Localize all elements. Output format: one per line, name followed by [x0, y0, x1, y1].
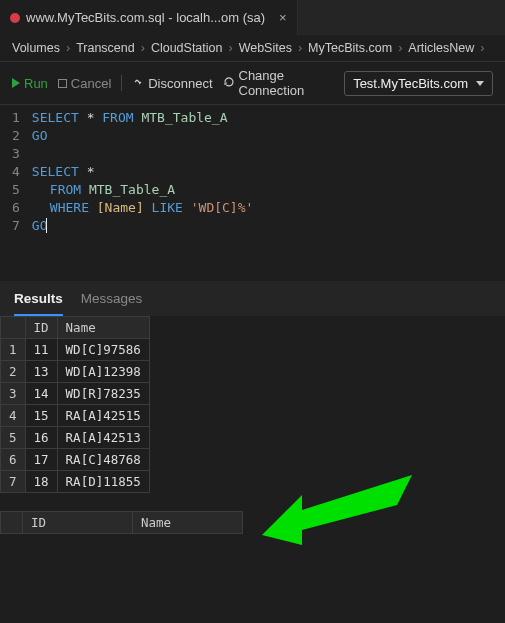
- query-toolbar: Run Cancel Disconnect Change Connection …: [0, 62, 505, 105]
- op: *: [87, 164, 95, 179]
- kw: SELECT: [32, 110, 87, 125]
- table-row: 111WD[C]97586: [1, 339, 150, 361]
- breadcrumb: Volumes› Transcend› CloudStation› WebSit…: [0, 35, 505, 62]
- chevron-right-icon: ›: [66, 41, 70, 55]
- cancel-button[interactable]: Cancel: [58, 76, 111, 91]
- chevron-right-icon: ›: [480, 41, 484, 55]
- crumb[interactable]: CloudStation: [151, 41, 223, 55]
- corner-cell: [1, 512, 23, 534]
- col-header-name[interactable]: Name: [57, 317, 149, 339]
- result-grid-1[interactable]: ID Name 111WD[C]97586 213WD[A]12398 314W…: [0, 316, 150, 493]
- kw: LIKE: [144, 200, 191, 215]
- run-button[interactable]: Run: [12, 76, 48, 91]
- crumb[interactable]: ArticlesNew: [408, 41, 474, 55]
- crumb[interactable]: Transcend: [76, 41, 135, 55]
- table-row: 718RA[D]11855: [1, 471, 150, 493]
- result-grid-2[interactable]: ID Name: [0, 511, 243, 534]
- ident: MTB_Table_A: [141, 110, 227, 125]
- play-icon: [12, 78, 20, 88]
- refresh-icon: [223, 76, 235, 91]
- run-label: Run: [24, 76, 48, 91]
- tab-results[interactable]: Results: [14, 291, 63, 316]
- col-header-id[interactable]: ID: [25, 317, 57, 339]
- close-icon[interactable]: ×: [279, 10, 287, 25]
- code-editor[interactable]: 1234567 SELECT * FROM MTB_Table_A GO SEL…: [0, 105, 505, 243]
- code-area[interactable]: SELECT * FROM MTB_Table_A GO SELECT * FR…: [32, 105, 254, 243]
- disconnect-button[interactable]: Disconnect: [132, 76, 212, 91]
- table-row: 617RA[C]48768: [1, 449, 150, 471]
- crumb[interactable]: WebSites: [239, 41, 292, 55]
- kw: SELECT: [32, 164, 87, 179]
- disconnect-icon: [132, 76, 144, 91]
- kw: FROM: [94, 110, 141, 125]
- change-conn-label: Change Connection: [239, 68, 335, 98]
- table-row: 314WD[R]78235: [1, 383, 150, 405]
- result-tabs: Results Messages: [0, 281, 505, 316]
- table-row: 213WD[A]12398: [1, 361, 150, 383]
- chevron-right-icon: ›: [141, 41, 145, 55]
- db-icon: [10, 13, 20, 23]
- str: 'WD[C]%': [191, 200, 254, 215]
- chevron-down-icon: [476, 81, 484, 86]
- kw: GO: [32, 128, 48, 143]
- change-connection-button[interactable]: Change Connection: [223, 68, 335, 98]
- kw: WHERE: [50, 200, 97, 215]
- tab-bar: www.MyTecBits.com.sql - localh...om (sa)…: [0, 0, 505, 35]
- kw: FROM: [50, 182, 89, 197]
- tab-title: www.MyTecBits.com.sql - localh...om (sa): [26, 10, 265, 25]
- crumb[interactable]: Volumes: [12, 41, 60, 55]
- ident: MTB_Table_A: [89, 182, 175, 197]
- crumb[interactable]: MyTecBits.com: [308, 41, 392, 55]
- col: [Name]: [97, 200, 144, 215]
- database-select[interactable]: Test.MyTecBits.com: [344, 71, 493, 96]
- editor-tab[interactable]: www.MyTecBits.com.sql - localh...om (sa)…: [0, 0, 298, 35]
- cancel-label: Cancel: [71, 76, 111, 91]
- table-row: 516RA[A]42513: [1, 427, 150, 449]
- divider: [121, 75, 122, 91]
- col-header-id[interactable]: ID: [23, 512, 133, 534]
- chevron-right-icon: ›: [298, 41, 302, 55]
- col-header-name[interactable]: Name: [133, 512, 243, 534]
- disconnect-label: Disconnect: [148, 76, 212, 91]
- chevron-right-icon: ›: [228, 41, 232, 55]
- table-row: 415RA[A]42515: [1, 405, 150, 427]
- chevron-right-icon: ›: [398, 41, 402, 55]
- stop-icon: [58, 79, 67, 88]
- results-panel: ID Name 111WD[C]97586 213WD[A]12398 314W…: [0, 316, 505, 534]
- corner-cell: [1, 317, 26, 339]
- tab-messages[interactable]: Messages: [81, 291, 143, 316]
- gutter: 1234567: [0, 105, 32, 243]
- db-name: Test.MyTecBits.com: [353, 76, 468, 91]
